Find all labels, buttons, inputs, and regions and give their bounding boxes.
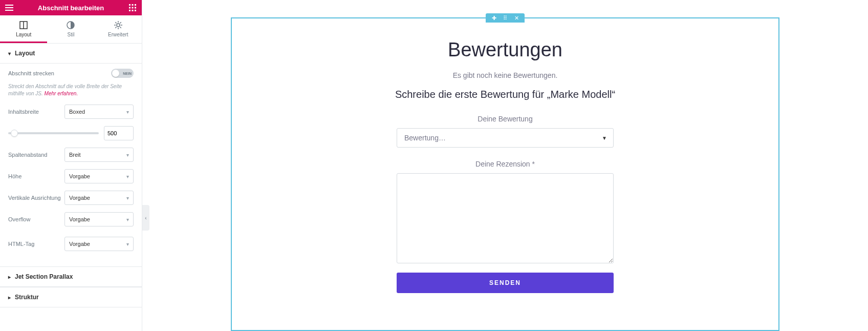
gear-icon	[114, 20, 123, 30]
width-slider[interactable]	[8, 132, 99, 134]
apps-grid-icon[interactable]	[127, 3, 138, 13]
chevron-down-icon: ▾	[126, 195, 129, 201]
caret-down-icon: ▾	[8, 51, 11, 56]
sidebar-title: Abschnitt bearbeiten	[14, 4, 127, 12]
caret-right-icon: ▸	[8, 295, 11, 300]
content-width-value: Boxed	[69, 109, 85, 115]
reviews-heading: Bewertungen	[247, 39, 763, 61]
content-width-select[interactable]: Boxed ▾	[64, 105, 134, 119]
section-parallax-header[interactable]: ▸ Jet Section Parallax	[0, 266, 142, 287]
svg-point-12	[117, 24, 120, 27]
vertical-align-label: Vertikale Ausrichtung	[8, 195, 64, 201]
caret-right-icon: ▸	[8, 274, 11, 280]
chevron-down-icon: ▾	[126, 152, 129, 158]
section-structure-header[interactable]: ▸ Struktur	[0, 287, 142, 307]
panel-tabs: Layout Stil Erweitert	[0, 15, 142, 44]
rating-field-label: Deine Bewertung	[247, 115, 763, 123]
overflow-select[interactable]: Vorgabe ▾	[64, 212, 134, 226]
tab-layout[interactable]: Layout	[0, 15, 47, 43]
svg-rect-0	[129, 4, 131, 6]
section-structure-label: Struktur	[15, 294, 39, 301]
vertical-align-select[interactable]: Vorgabe ▾	[64, 191, 134, 205]
tab-style[interactable]: Stil	[47, 15, 94, 43]
plus-icon[interactable]: ✚	[491, 15, 497, 22]
rating-select-placeholder: Bewertung…	[404, 134, 446, 142]
chevron-down-icon: ▾	[126, 174, 129, 179]
review-field-label: Deine Rezension *	[247, 160, 763, 168]
section-layout-header[interactable]: ▾ Layout	[0, 44, 142, 64]
section-layout-label: Layout	[15, 50, 35, 57]
svg-rect-7	[132, 10, 134, 11]
chevron-down-icon: ▾	[126, 109, 129, 115]
write-first-text: Schreibe die erste Bewertung für „Marke …	[247, 89, 763, 100]
selected-section[interactable]: ✚ ⠿ ✕ Bewertungen Es gibt noch keine Bew…	[231, 17, 779, 331]
tab-advanced[interactable]: Erweitert	[95, 15, 142, 43]
svg-rect-4	[132, 7, 134, 9]
svg-line-17	[115, 22, 116, 23]
html-tag-value: Vorgabe	[69, 241, 90, 247]
svg-rect-5	[135, 7, 136, 9]
tab-style-label: Stil	[68, 32, 75, 37]
layout-icon	[19, 20, 28, 30]
overflow-value: Vorgabe	[69, 216, 90, 222]
svg-line-19	[115, 27, 116, 28]
column-gap-value: Breit	[69, 152, 81, 158]
layout-controls: Abschnitt strecken NEIN Streckt den Absc…	[0, 64, 142, 266]
reviews-widget: Bewertungen Es gibt noch keine Bewertung…	[247, 39, 763, 293]
section-parallax-label: Jet Section Parallax	[15, 273, 73, 280]
review-textarea[interactable]	[397, 173, 614, 263]
toggle-off-label: NEIN	[123, 72, 132, 75]
tab-layout-label: Layout	[16, 32, 31, 37]
height-label: Höhe	[8, 173, 64, 179]
hamburger-icon[interactable]	[4, 3, 14, 13]
style-icon	[66, 20, 75, 30]
vertical-align-value: Vorgabe	[69, 195, 90, 201]
height-select[interactable]: Vorgabe ▾	[64, 169, 134, 183]
rating-select[interactable]: Bewertung… ▼	[397, 128, 614, 148]
width-input[interactable]	[104, 126, 134, 140]
column-gap-label: Spaltenabstand	[8, 152, 64, 158]
svg-rect-8	[135, 10, 136, 11]
drag-handle-icon[interactable]: ⠿	[502, 15, 508, 22]
stretch-helper: Streckt den Abschnitt auf die volle Brei…	[8, 83, 134, 97]
close-icon[interactable]: ✕	[513, 15, 519, 22]
submit-button[interactable]: SENDEN	[397, 273, 614, 293]
svg-rect-1	[132, 4, 134, 6]
tab-advanced-label: Erweitert	[108, 32, 128, 37]
editor-sidebar: Abschnitt bearbeiten Layout Stil Erweite…	[0, 0, 142, 331]
toggle-knob	[112, 70, 119, 77]
html-tag-select[interactable]: Vorgabe ▾	[64, 237, 134, 251]
content-width-label: Inhaltsbreite	[8, 109, 64, 115]
svg-line-20	[120, 22, 121, 23]
svg-rect-3	[129, 7, 131, 9]
chevron-down-icon: ▾	[126, 241, 129, 247]
stretch-toggle[interactable]: NEIN	[111, 69, 134, 78]
height-value: Vorgabe	[69, 173, 90, 179]
svg-rect-6	[129, 10, 131, 11]
preview-canvas: ✚ ⠿ ✕ Bewertungen Es gibt noch keine Bew…	[142, 0, 868, 331]
column-gap-select[interactable]: Breit ▾	[64, 148, 134, 162]
dropdown-triangle-icon: ▼	[602, 135, 607, 141]
svg-line-18	[120, 27, 121, 28]
svg-rect-2	[135, 4, 136, 6]
stretch-label: Abschnitt strecken	[8, 70, 64, 76]
overflow-label: Overflow	[8, 216, 64, 222]
no-reviews-text: Es gibt noch keine Bewertungen.	[247, 71, 763, 79]
html-tag-label: HTML-Tag	[8, 241, 64, 247]
stretch-learn-more-link[interactable]: Mehr erfahren.	[45, 91, 78, 96]
section-toolbar: ✚ ⠿ ✕	[486, 13, 525, 23]
chevron-down-icon: ▾	[126, 217, 129, 222]
sidebar-header: Abschnitt bearbeiten	[0, 0, 142, 15]
